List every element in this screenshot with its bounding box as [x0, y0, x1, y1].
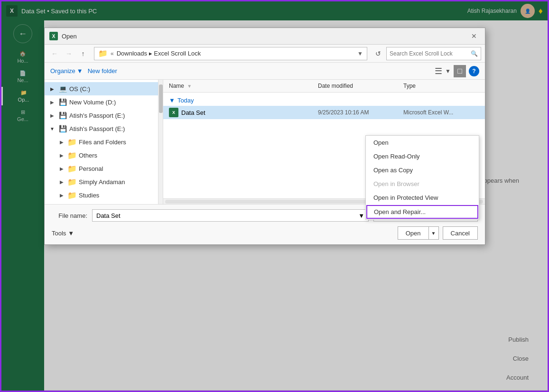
osc-drive-icon: 💻	[58, 84, 67, 93]
nav-label-studies: Studies	[79, 192, 154, 199]
col-header-name[interactable]: Name ▼	[169, 83, 318, 89]
nav-item-others[interactable]: ▶ 📁 Others	[45, 149, 158, 162]
sort-icon: ▼	[187, 84, 192, 89]
nav-item-passport2[interactable]: ▼ 💾 Atish's Passport (E:)	[45, 122, 158, 135]
nav-label-passport2: Atish's Passport (E:)	[69, 125, 154, 132]
help-button[interactable]: ?	[469, 66, 479, 76]
nav-label-dvol: New Volume (D:)	[69, 99, 154, 106]
nav-item-osc[interactable]: ▶ 💻 OS (C:)	[45, 82, 158, 95]
expand-passport1-icon: ▶	[48, 112, 56, 119]
file-header: Name ▼ Date modified Type	[163, 80, 485, 93]
dialog-excel-icon: X	[49, 32, 58, 40]
nav-label-others: Others	[79, 152, 154, 159]
left-nav: ▶ 💻 OS (C:) ▶ 💾 New Volume (D:) ▶ 💾 Atis…	[45, 80, 158, 204]
cancel-button[interactable]: Cancel	[443, 226, 478, 240]
view-dropdown-icon[interactable]: ▼	[445, 68, 451, 75]
organize-label: Organize	[50, 67, 75, 75]
date-group-today: ▼ Today	[163, 95, 485, 106]
expand-osc-icon: ▶	[48, 85, 56, 93]
toolbar2-right: ☰ ▼ □ ?	[435, 65, 479, 77]
nav-item-studies[interactable]: ▶ 📁 Studies	[45, 188, 158, 202]
file-item-dataset[interactable]: X Data Set 9/25/2023 10:16 AM Microsoft …	[163, 106, 485, 119]
nav-item-personal[interactable]: ▶ 📁 Personal	[45, 162, 158, 175]
address-bar[interactable]: 📁 « Downloads ▸ Excel Scroll Lock ▼	[94, 47, 367, 60]
sa-folder-icon: 📁	[67, 177, 77, 187]
nav-item-files-and-folders[interactable]: ▶ 📁 Files and Folders	[45, 135, 158, 149]
menu-item-open-readonly[interactable]: Open Read-Only	[366, 149, 479, 163]
organize-chevron-icon: ▼	[77, 67, 83, 75]
passport2-drive-icon: 💾	[58, 124, 67, 133]
search-bar: 🔍	[386, 47, 481, 60]
menu-item-open-browser: Open in Browser	[366, 177, 479, 191]
dialog-close-button[interactable]: ✕	[468, 30, 480, 42]
filename-input[interactable]: Data Set ▼	[92, 209, 369, 222]
expand-others-icon: ▶	[58, 151, 65, 159]
nav-item-simply-andaman[interactable]: ▶ 📁 Simply Andaman	[45, 175, 158, 188]
faf-folder-icon: 📁	[67, 137, 77, 147]
expand-studies-icon: ▶	[58, 191, 65, 199]
tools-dropdown-icon: ▼	[68, 230, 74, 237]
file-type-dataset: Microsoft Excel W...	[403, 109, 479, 116]
menu-item-open[interactable]: Open	[366, 136, 479, 149]
filename-label: File name:	[52, 212, 87, 219]
expand-sa-icon: ▶	[58, 178, 65, 186]
tools-button[interactable]: Tools ▼	[52, 230, 74, 237]
menu-item-open-copy[interactable]: Open as Copy	[366, 163, 479, 177]
file-date-dataset: 9/25/2023 10:16 AM	[318, 109, 403, 116]
passport1-drive-icon: 💾	[58, 111, 67, 120]
new-folder-button[interactable]: New folder	[88, 67, 117, 75]
menu-item-open-repair[interactable]: Open and Repair...	[366, 205, 478, 219]
open-dialog: X Open ✕ ← → ↑ 📁 « Downloads ▸ Excel Scr…	[44, 28, 485, 245]
search-icon: 🔍	[471, 50, 478, 57]
nav-label-personal: Personal	[79, 165, 154, 172]
personal-folder-icon: 📁	[67, 164, 77, 173]
file-item-name-dataset: X Data Set	[169, 108, 318, 117]
view-panel-icon[interactable]: □	[454, 65, 466, 77]
others-folder-icon: 📁	[67, 150, 77, 160]
nav-label-osc: OS (C:)	[69, 85, 154, 93]
dialog-toolbar2: Organize ▼ New folder ☰ ▼ □ ?	[45, 63, 485, 80]
studies-folder-icon: 📁	[67, 190, 77, 200]
col-header-type[interactable]: Type	[403, 83, 479, 89]
open-main-button[interactable]: Open	[398, 226, 428, 240]
address-path: Downloads ▸ Excel Scroll Lock	[117, 50, 354, 57]
view-list-icon[interactable]: ☰	[435, 66, 442, 76]
filename-value: Data Set	[96, 212, 121, 219]
nav-back-button[interactable]: ←	[48, 47, 61, 60]
open-button-group: Open ▼	[398, 226, 439, 240]
dialog-title: Open	[62, 33, 464, 40]
dialog-title-bar: X Open ✕	[45, 28, 485, 45]
btn-row: Tools ▼ Open ▼ Cancel	[52, 226, 478, 240]
expand-dvol-icon: ▶	[48, 98, 56, 106]
dvol-drive-icon: 💾	[58, 97, 67, 107]
organize-button[interactable]: Organize ▼	[50, 67, 83, 75]
address-chevron-left: «	[111, 50, 114, 57]
tools-label: Tools	[52, 230, 66, 237]
left-nav-scrollbar-thumb	[159, 84, 163, 113]
file-name-dataset: Data Set	[181, 109, 205, 116]
dialog-toolbar: ← → ↑ 📁 « Downloads ▸ Excel Scroll Lock …	[45, 45, 485, 63]
address-dropdown-icon[interactable]: ▼	[357, 50, 363, 57]
left-nav-scrollbar[interactable]	[158, 80, 163, 204]
nav-forward-button[interactable]: →	[63, 47, 75, 60]
menu-item-open-protected[interactable]: Open in Protected View	[366, 191, 479, 205]
nav-label-sa: Simply Andaman	[79, 178, 154, 186]
nav-item-passport1[interactable]: ▶ 💾 Atish's Passport (E:)	[45, 109, 158, 122]
date-group-label: Today	[177, 97, 194, 104]
expand-faf-icon: ▶	[58, 138, 65, 146]
nav-up-button[interactable]: ↑	[77, 47, 89, 60]
expand-passport2-icon: ▼	[48, 125, 56, 132]
excel-file-icon: X	[169, 108, 178, 117]
open-dropdown-menu: Open Open Read-Only Open as Copy Open in…	[365, 135, 479, 220]
refresh-button[interactable]: ↺	[372, 47, 384, 60]
col-header-date[interactable]: Date modified	[318, 83, 403, 89]
filename-dropdown-icon: ▼	[358, 212, 364, 219]
search-input[interactable]	[390, 50, 469, 57]
expand-personal-icon: ▶	[58, 165, 65, 172]
nav-item-dvol[interactable]: ▶ 💾 New Volume (D:)	[45, 95, 158, 109]
nav-label-faf: Files and Folders	[79, 139, 154, 146]
address-folder-icon: 📁	[98, 49, 108, 58]
open-dropdown-button[interactable]: ▼	[428, 226, 439, 240]
date-group-chevron-icon: ▼	[169, 97, 175, 104]
nav-label-passport1: Atish's Passport (E:)	[69, 112, 154, 119]
